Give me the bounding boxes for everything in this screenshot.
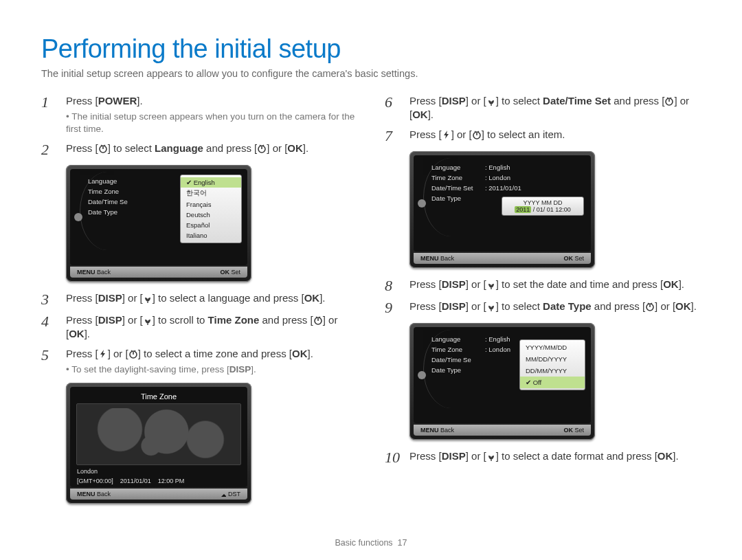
txt: ].: [691, 300, 697, 312]
txt: ] to select an item.: [482, 128, 565, 140]
step-number: 5: [41, 347, 58, 376]
tz-city: London: [77, 468, 98, 475]
txt: Press [: [409, 95, 442, 107]
step-number: 4: [41, 313, 58, 341]
menu-label: Date/Time Se: [88, 198, 142, 205]
step-5: 5 Press [] or [] to select a time zone a…: [41, 347, 357, 376]
macro-icon: [143, 293, 153, 303]
menu-label: Date Type: [431, 194, 485, 202]
ok-label: OK: [663, 278, 679, 290]
flash-icon: [98, 349, 108, 359]
txt: ] to select: [496, 300, 543, 312]
set-label: Set: [231, 269, 240, 276]
set-label: Set: [574, 255, 584, 262]
menu-label: Date/Time Set: [431, 184, 485, 192]
language-popup: ✔ English 한국어 Français Deutsch Español I…: [180, 175, 242, 243]
left-column: 1 Press [POWER]. • The initial setup scr…: [41, 94, 357, 513]
txt: ] or [: [267, 142, 287, 154]
txt: ].: [673, 450, 678, 462]
step-6: 6 Press [DISP] or [] to select Date/Time…: [385, 94, 701, 122]
timer-icon: [128, 349, 138, 359]
txt: ].: [319, 292, 325, 304]
menu-label: Language: [431, 164, 485, 171]
txt: Press [: [409, 300, 442, 312]
ok-label: OK: [563, 427, 573, 434]
menu-label: MENU: [77, 269, 95, 276]
screen-timezone: Time Zone London [GMT+00:00] 2011/01/01 …: [66, 383, 251, 504]
menu-label: Language: [431, 335, 485, 343]
flash-icon: [442, 130, 451, 139]
step-1: 1 Press [POWER]. • The initial setup scr…: [41, 94, 357, 136]
menu-value: : 2011/01/01: [485, 184, 521, 192]
disp-label: DISP: [442, 95, 466, 107]
ok-label: OK: [69, 328, 85, 339]
menu-label: Date Type: [88, 208, 142, 216]
bold: Language: [155, 142, 203, 154]
ok-label: OK: [220, 269, 229, 276]
popup-item: Off: [533, 379, 542, 386]
intro-text: The initial setup screen appears to allo…: [41, 68, 701, 79]
txt: and press [: [592, 300, 645, 312]
txt: Press [: [66, 95, 98, 107]
popup-item: 한국어: [181, 188, 241, 199]
step-9: 9 Press [DISP] or [] to select Date Type…: [385, 300, 701, 316]
step-number: 3: [41, 291, 58, 308]
txt: Press [: [409, 278, 442, 290]
txt: ] or [: [108, 348, 128, 359]
screen-datetime: Language: English Time Zone: London Date…: [409, 151, 595, 268]
menu-label: Language: [88, 177, 142, 185]
step-number: 6: [385, 94, 401, 122]
step-3: 3 Press [DISP] or [] to select a languag…: [41, 291, 357, 308]
txt: ] or [: [451, 128, 472, 140]
txt: ] to select a time zone and press [: [138, 348, 292, 359]
step-10: 10 Press [DISP] or [] to select a date f…: [385, 449, 701, 466]
ok-label: OK: [675, 300, 691, 312]
bold: Date/Time Set: [543, 95, 611, 107]
disp-label: DISP: [98, 314, 122, 326]
date-rest: / 01/ 01 12:00: [533, 206, 571, 213]
menu-value: : London: [485, 174, 510, 181]
txt: ] or [: [466, 278, 486, 290]
disp-label: DISP: [98, 292, 122, 304]
txt: and press [: [611, 95, 664, 107]
timer-icon: [313, 315, 323, 325]
tz-time: 12:00 PM: [158, 478, 185, 484]
txt: Press [: [66, 142, 98, 154]
popup-item: MM/DD/YYYY: [520, 353, 585, 365]
txt: ] or [: [122, 292, 143, 304]
txt: Press [: [66, 292, 98, 304]
step-8: 8 Press [DISP] or [] to set the date and…: [385, 278, 701, 294]
txt: ].: [308, 348, 313, 359]
tz-gmt: [GMT+00:00]: [77, 478, 113, 484]
popup-item: Deutsch: [181, 210, 241, 220]
timer-icon: [664, 96, 674, 106]
menu-value: : English: [485, 164, 510, 171]
txt: ] or [: [122, 314, 143, 326]
txt: Press [: [409, 450, 442, 462]
txt: Press [: [66, 348, 98, 359]
sub-txt: ].: [251, 364, 256, 374]
txt: ] to select a date format and press [: [496, 450, 657, 462]
ok-label: OK: [292, 348, 308, 359]
macro-icon: [486, 280, 496, 289]
back-label: Back: [440, 427, 454, 434]
txt: ].: [303, 142, 308, 154]
menu-label: MENU: [77, 491, 95, 497]
txt: ].: [85, 328, 90, 339]
ok-label: OK: [304, 292, 320, 304]
step-number: 1: [41, 94, 58, 136]
popup-item: Español: [181, 220, 241, 230]
txt: Press [: [409, 128, 442, 140]
step-number: 8: [385, 278, 401, 294]
bold: Date Type: [543, 300, 592, 312]
date-header: YYYY MM DD: [506, 199, 580, 206]
popup-item: Français: [181, 199, 241, 210]
txt: ] to set the date and time and press [: [496, 278, 663, 290]
step-2: 2 Press [] to select Language and press …: [41, 142, 357, 158]
txt: ] to select: [496, 95, 543, 107]
macro-icon: [486, 451, 496, 461]
disp-label: DISP: [229, 364, 251, 374]
step-number: 2: [41, 142, 58, 158]
step-4: 4 Press [DISP] or [] to scroll to Time Z…: [41, 313, 357, 341]
txt: ] to select: [108, 142, 155, 154]
